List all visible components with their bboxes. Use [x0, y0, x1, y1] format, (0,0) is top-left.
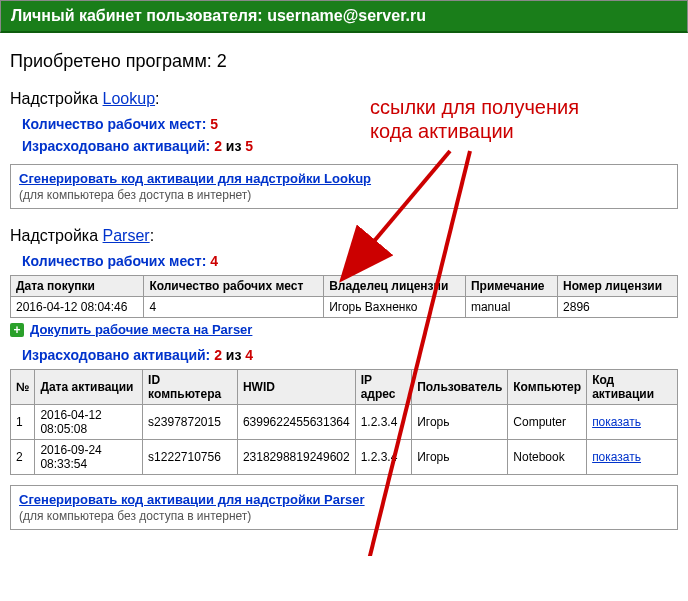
parser-section-title: Надстройка Parser:	[10, 227, 678, 245]
purchased-summary: Приобретено программ: 2	[10, 51, 678, 72]
purchase-table: Дата покупки Количество рабочих мест Вла…	[10, 275, 678, 318]
col-user: Пользователь	[412, 370, 508, 405]
activation-table: № Дата активации ID компьютера HWID IP а…	[10, 369, 678, 475]
add-seats-link[interactable]: Докупить рабочие места на Parser	[30, 322, 252, 337]
show-code-link[interactable]: показать	[592, 415, 641, 429]
col-id: ID компьютера	[143, 370, 238, 405]
parser-gen-link[interactable]: Сгенерировать код активации для надстрой…	[19, 492, 365, 507]
lookup-section-title: Надстройка Lookup:	[10, 90, 678, 108]
lookup-gen-box: Сгенерировать код активации для надстрой…	[10, 164, 678, 209]
show-code-link[interactable]: показать	[592, 450, 641, 464]
parser-gen-box: Сгенерировать код активации для надстрой…	[10, 485, 678, 530]
col-n: №	[11, 370, 35, 405]
table-header-row: Дата покупки Количество рабочих мест Вла…	[11, 276, 678, 297]
lookup-seats: Количество рабочих мест: 5	[22, 116, 678, 132]
parser-gen-sub: (для компьютера без доступа в интернет)	[19, 509, 669, 523]
col-date: Дата активации	[35, 370, 143, 405]
header-title-prefix: Личный кабинет пользователя:	[11, 7, 267, 24]
col-date: Дата покупки	[11, 276, 144, 297]
col-ip: IP адрес	[355, 370, 412, 405]
table-row: 1 2016-04-12 08:05:08 s2397872015 639962…	[11, 405, 678, 440]
lookup-used: Израсходовано активаций: 2 из 5	[22, 138, 678, 154]
lookup-gen-link[interactable]: Сгенерировать код активации для надстрой…	[19, 171, 371, 186]
parser-link[interactable]: Parser	[103, 227, 150, 244]
lookup-gen-sub: (для компьютера без доступа в интернет)	[19, 188, 669, 202]
col-code: Код активации	[587, 370, 678, 405]
col-hwid: HWID	[237, 370, 355, 405]
header-username: username@server.ru	[267, 7, 426, 24]
account-header: Личный кабинет пользователя: username@se…	[0, 0, 688, 33]
parser-seats: Количество рабочих мест: 4	[22, 253, 678, 269]
col-note: Примечание	[465, 276, 557, 297]
lookup-link[interactable]: Lookup	[103, 90, 156, 107]
table-row: 2016-04-12 08:04:46 4 Игорь Вахненко man…	[11, 297, 678, 318]
col-comp: Компьютер	[508, 370, 587, 405]
col-owner: Владелец лицензии	[324, 276, 466, 297]
table-header-row: № Дата активации ID компьютера HWID IP а…	[11, 370, 678, 405]
plus-icon: +	[10, 323, 24, 337]
parser-used: Израсходовано активаций: 2 из 4	[22, 347, 678, 363]
col-seats: Количество рабочих мест	[144, 276, 324, 297]
add-seats-line: + Докупить рабочие места на Parser	[10, 322, 678, 337]
table-row: 2 2016-09-24 08:33:54 s1222710756 231829…	[11, 440, 678, 475]
col-lic: Номер лицензии	[558, 276, 678, 297]
